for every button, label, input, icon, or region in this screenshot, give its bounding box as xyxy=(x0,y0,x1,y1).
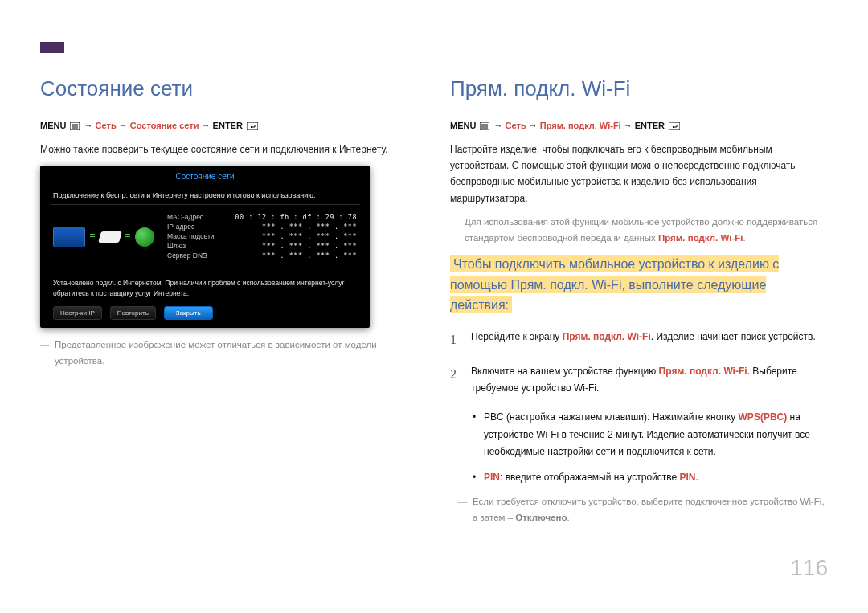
path-menu-label: MENU xyxy=(450,121,476,130)
path-menu-label: MENU xyxy=(40,121,66,130)
step-number: 2 xyxy=(450,363,460,398)
header-accent-bar xyxy=(40,42,64,53)
network-status-screenshot: Состояние сети Подключение к беспр. сети… xyxy=(40,166,370,329)
step-number: 1 xyxy=(450,329,460,352)
svg-rect-4 xyxy=(247,122,258,130)
enter-icon xyxy=(669,121,680,135)
ns-btn-retry[interactable]: Повторить xyxy=(110,306,156,320)
right-note-2: Если требуется отключить устройство, выб… xyxy=(458,494,828,525)
highlight-instruction: Чтобы подключить мобильное устройство к … xyxy=(450,254,828,316)
left-body: Можно также проверить текущее состояние … xyxy=(40,141,418,157)
ns-top-msg: Подключение к беспр. сети и Интернету на… xyxy=(40,191,370,204)
path-enter-label: ENTER xyxy=(635,121,665,130)
path-item: Прям. подкл. Wi-Fi xyxy=(540,121,621,130)
left-heading: Состояние сети xyxy=(40,76,418,101)
ns-connection-graphic xyxy=(53,227,154,247)
router-icon xyxy=(98,231,122,243)
path-enter-label: ENTER xyxy=(213,121,243,130)
device-icon xyxy=(53,227,85,247)
ns-btn-ip[interactable]: Настр-ки IP xyxy=(53,306,102,320)
left-column: Состояние сети MENU → Сеть → Состояние с… xyxy=(40,76,418,533)
path-net: Сеть xyxy=(96,121,117,130)
ns-title: Состояние сети xyxy=(40,172,370,181)
svg-rect-9 xyxy=(669,122,680,130)
right-menu-path: MENU → Сеть → Прям. подкл. Wi-Fi → ENTER xyxy=(450,119,828,135)
left-menu-path: MENU → Сеть → Состояние сети → ENTER xyxy=(40,119,418,135)
right-body: Настройте изделие, чтобы подключать его … xyxy=(450,141,828,207)
right-heading: Прям. подкл. Wi-Fi xyxy=(450,76,828,101)
right-column: Прям. подкл. Wi-Fi MENU → Сеть → Прям. п… xyxy=(450,76,828,533)
bullet-pin: PIN: введите отображаемый на устройстве … xyxy=(473,469,828,487)
path-net: Сеть xyxy=(506,121,526,130)
ns-table: MAC-адрес00 : 12 : fb : df : 29 : 78 IP-… xyxy=(167,213,357,261)
page-number: 116 xyxy=(790,555,828,581)
path-item: Состояние сети xyxy=(130,121,199,130)
right-note-1: Для использования этой функции мобильное… xyxy=(450,215,828,246)
ns-btn-close[interactable]: Закрыть xyxy=(164,306,213,320)
left-note: Представленное изображение может отличат… xyxy=(40,337,418,369)
menu-icon xyxy=(480,121,489,135)
step-1: 1 Перейдите к экрану Прям. подкл. Wi-Fi.… xyxy=(450,329,828,352)
globe-icon xyxy=(135,227,154,247)
enter-icon xyxy=(247,121,258,135)
ns-msg: Установлено подкл. с Интернетом. При нал… xyxy=(40,273,370,307)
step-2: 2 Включите на вашем устройстве функцию П… xyxy=(450,363,828,398)
bullet-pbc: PBC (настройка нажатием клавиши): Нажима… xyxy=(473,409,828,461)
menu-icon xyxy=(70,121,80,135)
header-rule xyxy=(40,55,828,55)
